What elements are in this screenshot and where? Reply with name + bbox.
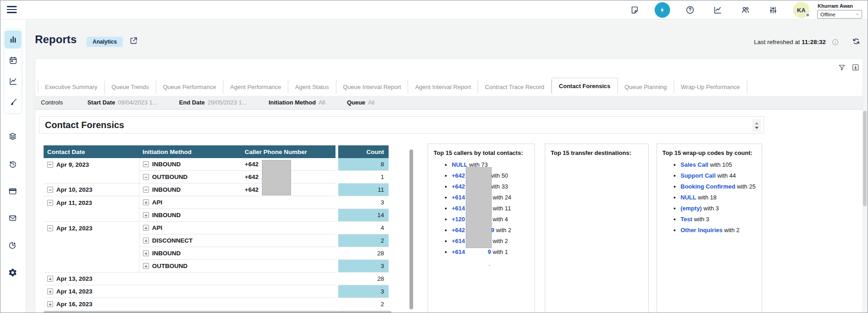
expand-plus-icon[interactable]: + [47, 301, 53, 307]
filter-label: End Date [179, 99, 205, 106]
page-scrollbar[interactable] [863, 111, 867, 206]
topbar: KA Khurram Awan Offline [0, 0, 868, 20]
tab-agent-status[interactable]: Agent Status [288, 80, 336, 94]
tab-queue-planning[interactable]: Queue Planning [618, 80, 674, 94]
info-icon[interactable] [832, 39, 839, 46]
realtime-metrics-icon[interactable] [655, 2, 670, 18]
wrapup-link[interactable]: Test [681, 216, 692, 223]
notes-icon[interactable] [630, 5, 639, 15]
analytics-badge[interactable]: Analytics [87, 37, 123, 47]
sidebar-item-dashboards[interactable] [5, 30, 21, 49]
controls-label[interactable]: Controls [41, 99, 63, 106]
sidebar-item-design[interactable] [5, 93, 21, 111]
status-select[interactable]: Offline [817, 10, 862, 19]
caller-link[interactable]: +614 [452, 238, 465, 244]
col-header-initiation-method[interactable]: Initiation Method [139, 145, 241, 158]
wrapup-link[interactable]: (empty) [681, 205, 702, 212]
caller-link[interactable]: +614 [452, 194, 465, 201]
filter-icon[interactable] [838, 64, 846, 71]
stray-dot: . [488, 260, 490, 267]
expand-minus-icon[interactable]: − [47, 187, 53, 193]
expand-minus-icon[interactable]: − [143, 161, 149, 167]
wrapup-link[interactable]: Other Inquiries [681, 227, 722, 234]
metrics-icon[interactable] [713, 5, 722, 15]
filter-initiation-method[interactable]: Initiation MethodAll [269, 99, 325, 106]
filter-value: All [319, 99, 325, 106]
expand-plus-icon[interactable]: + [143, 225, 149, 231]
tab-agent-interval-report[interactable]: Agent Interval Report [408, 80, 478, 94]
expand-plus-icon[interactable]: + [143, 238, 149, 243]
tab-agent-performance[interactable]: Agent Performance [223, 80, 288, 94]
col-header-caller-phone[interactable]: Caller Phone Number [241, 145, 335, 158]
tab-queue-performance[interactable]: Queue Performance [156, 80, 223, 94]
redaction-box [466, 167, 492, 248]
expand-minus-icon[interactable]: − [143, 187, 149, 193]
refresh-icon[interactable] [852, 37, 861, 46]
hamburger-menu-icon[interactable] [7, 6, 17, 14]
agents-icon[interactable] [741, 5, 750, 15]
expand-plus-icon[interactable]: + [143, 250, 149, 256]
expand-plus-icon[interactable]: + [143, 263, 149, 269]
spinner-up-icon[interactable] [755, 122, 759, 124]
table-row: −Apr 9, 2023−INBOUND+6428 [44, 158, 389, 171]
avatar[interactable]: KA [793, 2, 809, 18]
section-spinner [752, 119, 761, 132]
expand-plus-icon[interactable]: + [47, 276, 53, 282]
expand-minus-icon[interactable]: − [47, 200, 53, 206]
expand-minus-icon[interactable]: − [143, 174, 149, 180]
sidebar-item-layers[interactable] [8, 132, 17, 141]
expand-plus-icon[interactable]: + [143, 199, 149, 205]
external-link-icon[interactable] [129, 36, 138, 45]
wrapup-link[interactable]: Booking Confirmed [681, 183, 735, 190]
sidebar-item-reports[interactable] [8, 241, 17, 250]
caller-link[interactable]: +642 [452, 183, 465, 190]
pie-chart-icon [8, 241, 17, 250]
filter-queue[interactable]: QueueAll [347, 99, 375, 106]
wrapup-link[interactable]: NULL [681, 194, 696, 201]
sidebar-item-calendar[interactable] [5, 51, 21, 70]
caller-link-suffix[interactable]: 9 [488, 248, 491, 255]
cell-caller-phone [241, 273, 335, 285]
download-icon[interactable] [852, 64, 859, 71]
col-header-count[interactable]: Count [338, 145, 389, 158]
tab-bar: Executive SummaryQueue TrendsQueue Perfo… [38, 80, 747, 94]
help-icon[interactable] [686, 5, 695, 15]
tab-contract-trace-record[interactable]: Contract Trace Record [478, 80, 552, 94]
caller-link[interactable]: +642 [452, 227, 465, 234]
caller-link[interactable]: +120 [452, 216, 465, 223]
filter-start-date[interactable]: Start Date09/04/2023 1... [87, 99, 157, 106]
tab-executive-summary[interactable]: Executive Summary [38, 80, 105, 94]
filter-end-date[interactable]: End Date29/05/2023 1... [179, 99, 247, 106]
sidebar-item-history[interactable] [8, 159, 17, 169]
settings-sliders-icon[interactable] [769, 5, 778, 15]
wrapup-count: with 25 [735, 183, 756, 190]
tab-queue-trends[interactable]: Queue Trends [105, 80, 156, 94]
table-header: Contact Date Initiation Method Caller Ph… [44, 145, 389, 158]
cell-initiation-method [139, 285, 241, 298]
wrapup-link[interactable]: Support Call [681, 172, 715, 179]
col-header-contact-date[interactable]: Contact Date [44, 145, 139, 158]
caller-link[interactable]: +614 [452, 248, 465, 255]
caller-link[interactable]: NULL [452, 161, 468, 168]
expand-plus-icon[interactable]: + [143, 212, 149, 218]
caller-item: +1202 with 4 [452, 216, 534, 223]
sidebar-item-window[interactable] [8, 187, 17, 196]
cell-caller-phone [241, 196, 335, 209]
sidebar-item-metrics[interactable] [5, 72, 21, 90]
table-horizontal-scrollbar[interactable] [44, 311, 391, 313]
spinner-down-icon[interactable] [755, 127, 759, 129]
sidebar-item-mail[interactable] [8, 214, 17, 223]
tab-contact-forensics[interactable]: Contact Forensics [552, 78, 617, 94]
tab-queue-interval-report[interactable]: Queue Interval Report [336, 80, 409, 94]
caller-link[interactable]: +614 [452, 205, 465, 212]
tab-wrap-up-performance[interactable]: Wrap-Up Performance [674, 80, 747, 94]
expand-minus-icon[interactable]: − [47, 162, 53, 168]
table-vertical-scrollbar[interactable] [409, 149, 413, 309]
expand-minus-icon[interactable]: − [47, 225, 53, 231]
wrapup-item: Booking Confirmed with 25 [681, 183, 762, 190]
table-row: −Apr 11, 2023+API3 [44, 196, 389, 209]
wrapup-link[interactable]: Sales Call [681, 161, 708, 168]
expand-plus-icon[interactable]: + [47, 288, 53, 294]
caller-link[interactable]: +642 [452, 172, 465, 179]
sidebar-item-settings[interactable] [8, 268, 17, 277]
